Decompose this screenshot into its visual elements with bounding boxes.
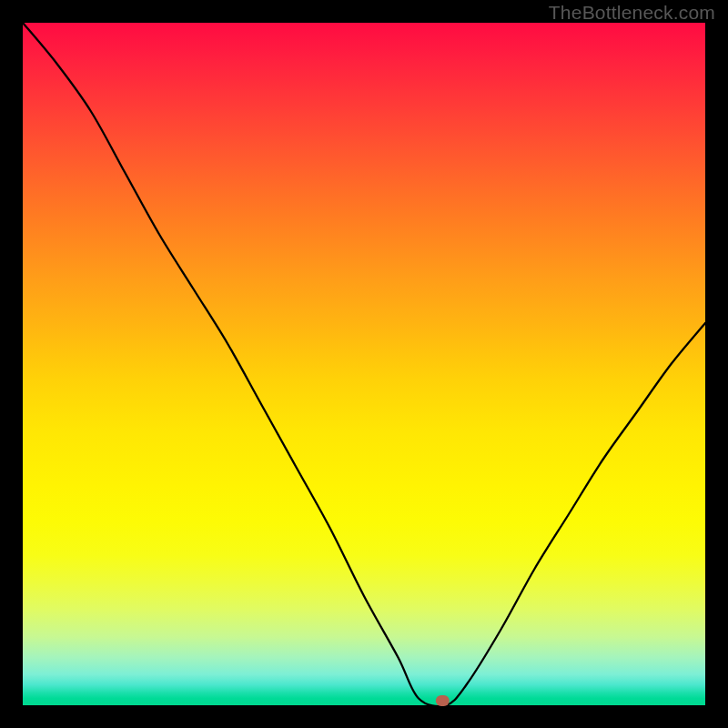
curve-path bbox=[23, 23, 705, 706]
chart-frame: TheBottleneck.com bbox=[0, 0, 728, 728]
plot-gradient-area bbox=[23, 23, 705, 705]
bottleneck-curve bbox=[23, 23, 705, 705]
watermark-text: TheBottleneck.com bbox=[549, 2, 715, 24]
optimal-point-marker bbox=[436, 695, 450, 706]
